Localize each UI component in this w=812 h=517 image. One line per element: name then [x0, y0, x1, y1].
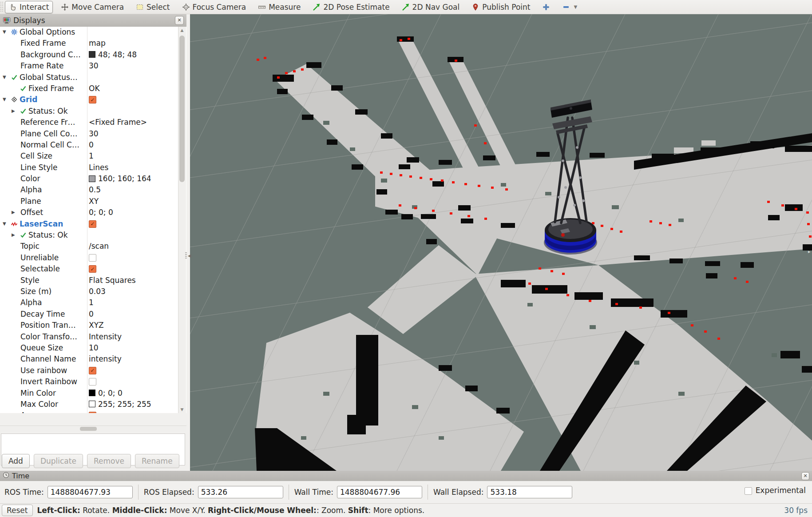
display-property-row[interactable]: ▼Grid✓ [0, 94, 186, 105]
property-value[interactable] [89, 253, 96, 262]
property-value[interactable]: 0 [89, 140, 94, 149]
display-property-row[interactable]: Fixed Framemap [0, 38, 186, 49]
property-value[interactable]: 160; 160; 164 [89, 174, 151, 183]
3d-viewport[interactable] [190, 14, 812, 471]
add-button[interactable]: Add [2, 454, 30, 468]
display-property-row[interactable]: Cell Size1 [0, 151, 186, 162]
display-property-row[interactable]: A…✓ [0, 410, 186, 413]
property-value[interactable]: 255; 255; 255 [89, 400, 151, 409]
vertical-scrollbar[interactable]: ▲ ▼ [178, 27, 186, 413]
tool-move-camera[interactable]: Move Camera [57, 1, 128, 13]
display-property-row[interactable]: Color Transfo…Intensity [0, 331, 186, 342]
property-checkbox[interactable]: ✓ [89, 367, 96, 374]
property-value[interactable]: Lines [89, 163, 108, 172]
display-property-row[interactable]: StyleFlat Squares [0, 275, 186, 286]
property-value[interactable]: XY [89, 197, 99, 206]
chevron-down-icon[interactable]: ▼ [574, 4, 577, 9]
property-value[interactable]: 0; 0; 0 [89, 389, 123, 398]
expander-closed-icon[interactable]: ▶ [12, 232, 15, 237]
time-panel-titlebar[interactable]: Time ✕ [0, 471, 812, 481]
property-value[interactable]: ✓ [89, 264, 96, 273]
reset-button[interactable]: Reset [2, 505, 33, 516]
property-value[interactable]: ✓ [89, 95, 96, 103]
property-value[interactable]: /scan [89, 242, 109, 251]
time-close-icon[interactable]: ✕ [801, 472, 809, 480]
display-property-row[interactable]: Queue Size10 [0, 342, 186, 354]
property-value[interactable]: map [89, 39, 106, 48]
expander-open-icon[interactable]: ▼ [3, 75, 6, 80]
property-value[interactable]: Flat Squares [89, 276, 136, 285]
right-panel-collapse-handle[interactable]: ▸ [808, 249, 811, 255]
property-value[interactable]: ✓ [89, 366, 96, 374]
tool-interact[interactable]: Interact [5, 1, 53, 13]
wall-time-input[interactable] [337, 486, 422, 498]
tool-measure[interactable]: Measure [254, 1, 305, 13]
panel-collapse-handle[interactable]: ◀ [185, 250, 195, 261]
displays-close-icon[interactable]: ✕ [175, 16, 184, 25]
display-property-row[interactable]: Reference Fr…<Fixed Frame> [0, 117, 186, 128]
display-property-row[interactable]: Alpha1 [0, 297, 186, 308]
tool-2d-nav-goal[interactable]: 2D Nav Goal [398, 1, 464, 13]
remove-button[interactable]: Remove [87, 454, 131, 468]
tool-plus[interactable] [538, 1, 554, 13]
display-property-row[interactable]: Min Color0; 0; 0 [0, 388, 186, 399]
display-property-row[interactable]: Position Tran…XYZ [0, 320, 186, 331]
display-property-row[interactable]: Invert Rainbow [0, 376, 186, 387]
property-value[interactable] [89, 377, 96, 386]
expander-closed-icon[interactable]: ▶ [12, 210, 15, 215]
experimental-toggle[interactable]: Experimental [745, 486, 806, 495]
color-swatch[interactable] [89, 390, 95, 396]
property-value[interactable]: 0.03 [89, 287, 106, 296]
ros-elapsed-input[interactable] [198, 486, 283, 498]
display-property-row[interactable]: ▶Offset0; 0; 0 [0, 207, 186, 218]
display-property-row[interactable]: Color160; 160; 164 [0, 173, 186, 184]
display-property-row[interactable]: ▶Status: Ok [0, 106, 186, 117]
property-value[interactable]: <Fixed Frame> [89, 118, 147, 127]
wall-elapsed-input[interactable] [487, 486, 572, 498]
property-value[interactable]: intensity [89, 354, 122, 363]
display-property-row[interactable]: PlaneXY [0, 196, 186, 207]
property-value[interactable]: 0; 0; 0 [89, 208, 113, 217]
property-value[interactable]: 1 [89, 151, 94, 160]
property-value[interactable]: 0 [89, 310, 94, 318]
display-property-row[interactable]: Frame Rate30 [0, 60, 186, 72]
scroll-down-icon[interactable]: ▼ [178, 406, 186, 413]
property-value[interactable]: 10 [89, 343, 99, 352]
display-property-row[interactable]: Plane Cell Co…30 [0, 128, 186, 139]
experimental-checkbox[interactable] [745, 487, 752, 495]
display-property-row[interactable]: ▼Global Status… [0, 72, 186, 83]
property-checkbox[interactable]: ✓ [89, 412, 96, 413]
horizontal-scrollbar[interactable] [0, 426, 186, 432]
property-value[interactable]: ✓ [89, 411, 96, 413]
display-property-row[interactable]: Channel Nameintensity [0, 354, 186, 365]
display-property-row[interactable]: Unreliable [0, 252, 186, 263]
property-value[interactable]: Intensity [89, 332, 122, 341]
display-property-row[interactable]: Size (m)0.03 [0, 286, 186, 297]
display-property-row[interactable]: ▼Global Options [0, 27, 186, 38]
property-value[interactable]: 30 [89, 61, 99, 70]
property-value[interactable]: XYZ [89, 321, 104, 330]
scroll-up-icon[interactable]: ▲ [178, 27, 186, 34]
display-property-row[interactable]: Fixed FrameOK [0, 83, 186, 94]
property-checkbox[interactable]: ✓ [89, 265, 96, 273]
tool-2d-pose-estimate[interactable]: 2D Pose Estimate [309, 1, 393, 13]
property-value[interactable]: 30 [89, 129, 99, 138]
property-value[interactable]: 1 [89, 298, 94, 307]
toolbar-grip[interactable] [0, 2, 4, 12]
property-value[interactable]: ✓ [89, 219, 96, 228]
tool-focus-camera[interactable]: Focus Camera [178, 1, 250, 13]
rename-button[interactable]: Rename [135, 454, 179, 468]
tool-minus[interactable]: ▼ [558, 1, 581, 13]
display-property-row[interactable]: Use rainbow✓ [0, 365, 186, 376]
property-value[interactable]: OK [89, 84, 100, 93]
displays-panel-titlebar[interactable]: Displays ✕ [0, 14, 186, 27]
display-property-row[interactable]: Alpha0.5 [0, 184, 186, 195]
expander-open-icon[interactable]: ▼ [3, 97, 6, 102]
color-swatch[interactable] [89, 51, 95, 58]
display-property-row[interactable]: Max Color255; 255; 255 [0, 399, 186, 410]
display-property-row[interactable]: ▶Status: Ok [0, 230, 186, 241]
property-checkbox[interactable]: ✓ [89, 220, 96, 228]
display-property-row[interactable]: Decay Time0 [0, 309, 186, 320]
tool-select[interactable]: Select [132, 1, 174, 13]
display-property-row[interactable]: Normal Cell C…0 [0, 139, 186, 151]
